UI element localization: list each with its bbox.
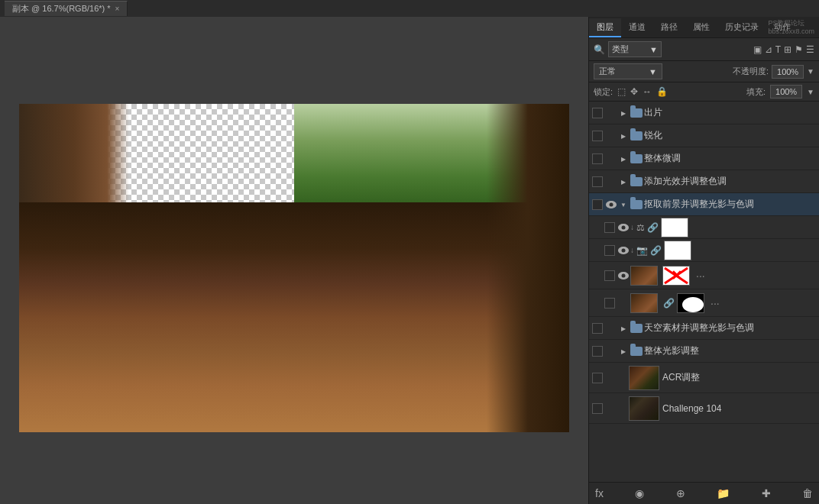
- panel-tabs: 图层 通道 路径 属性 历史记录 动作 PS教程论坛bbs.16xx8.com: [589, 17, 819, 38]
- layer-add-icon[interactable]: ✚: [760, 486, 772, 501]
- fill-label: 填充:: [746, 86, 766, 98]
- layer-zhengti-guangying-name: 整体光影调整: [644, 344, 816, 357]
- layer-ququ[interactable]: 抠取前景并调整光影与色调: [589, 193, 819, 216]
- layer-delete-icon[interactable]: 🗑: [801, 486, 814, 501]
- layer-sub2-thumb: [664, 241, 691, 260]
- layer-tiankong-name: 天空素材并调整光影与色调: [644, 321, 816, 334]
- filter-shape-icon[interactable]: ⊞: [784, 44, 791, 55]
- layer-challenge-checkbox[interactable]: [592, 403, 603, 414]
- layer-tiankong-checkbox[interactable]: [592, 323, 603, 334]
- layer-chupin-checkbox[interactable]: [592, 108, 603, 118]
- layer-sub3-more[interactable]: ···: [696, 270, 705, 282]
- fill-value[interactable]: 100%: [770, 85, 802, 99]
- title-bar: 副本 @ 16.7%(RGB/16*) * ×: [0, 0, 819, 17]
- layer-sub4-checkbox[interactable]: [604, 298, 615, 309]
- tab-layers[interactable]: 图层: [589, 18, 621, 37]
- layer-zhengti-weijiao-checkbox[interactable]: [592, 153, 603, 164]
- layer-chupin[interactable]: 出片: [589, 102, 819, 124]
- layer-acr-thumb: [629, 366, 659, 390]
- layer-chupin-visibility[interactable]: [604, 106, 618, 120]
- filter-adjust-icon[interactable]: ⊿: [765, 44, 772, 55]
- layer-sub1-link-icon: 🔗: [647, 222, 659, 233]
- layer-sub2[interactable]: ↓ 📷 🔗: [589, 239, 819, 262]
- layer-tianjia-folder-icon: [629, 176, 644, 188]
- layer-ququ-checkbox[interactable]: [592, 199, 603, 210]
- canvas-area[interactable]: [0, 17, 588, 504]
- layer-ququ-name: 抠取前景并调整光影与色调: [644, 198, 816, 211]
- layer-ruihua[interactable]: 锐化: [589, 124, 819, 147]
- layer-tianjia[interactable]: 添加光效并调整色调: [589, 170, 819, 193]
- layer-sub1-checkbox[interactable]: [604, 222, 615, 233]
- layer-mask-icon[interactable]: ◉: [633, 486, 646, 501]
- filter-effect-icon[interactable]: ⚑: [795, 44, 803, 55]
- layer-tiankong-visibility[interactable]: [604, 321, 618, 335]
- layer-sub2-visibility[interactable]: [617, 244, 630, 257]
- filter-pixel-icon[interactable]: ▣: [753, 44, 762, 55]
- lock-position-icon[interactable]: ✥: [630, 86, 638, 97]
- layer-tiankong[interactable]: 天空素材并调整光影与色调: [589, 317, 819, 340]
- filter-icons: ▣ ⊿ T ⊞ ⚑ ☰: [753, 44, 814, 55]
- layer-sub2-down-icon: ↓: [630, 246, 634, 254]
- layer-tiankong-expand[interactable]: [618, 323, 629, 334]
- lock-all-icon[interactable]: 🔒: [656, 86, 668, 97]
- layer-tianjia-checkbox[interactable]: [592, 176, 603, 187]
- layer-ruihua-visibility[interactable]: [604, 129, 618, 143]
- layer-sub1-visibility[interactable]: [617, 221, 630, 234]
- layer-zhengti-weijiao-visibility[interactable]: [604, 152, 618, 166]
- tab-history[interactable]: 历史记录: [717, 18, 766, 37]
- layer-ququ-visibility[interactable]: [604, 198, 618, 212]
- layer-sub1[interactable]: ↓ ⚖ 🔗: [589, 216, 819, 239]
- lock-pixel-icon[interactable]: ⬚: [617, 86, 626, 97]
- svg-point-4: [682, 297, 704, 312]
- layer-chupin-expand[interactable]: [618, 108, 629, 118]
- layer-zhengti-guangying-visibility[interactable]: [604, 344, 618, 358]
- layer-acr-checkbox[interactable]: [592, 373, 603, 383]
- layer-challenge[interactable]: Challenge 104: [589, 393, 819, 424]
- blend-mode-dropdown[interactable]: 正常 ▼: [594, 63, 662, 79]
- ps-logo: PS教程论坛bbs.16xx8.com: [768, 19, 814, 36]
- close-tab-button[interactable]: ×: [115, 5, 120, 13]
- layer-zhengti-guangying-expand[interactable]: [618, 346, 629, 357]
- opacity-arrow[interactable]: ▼: [807, 67, 814, 76]
- fill-arrow[interactable]: ▼: [807, 88, 814, 96]
- layer-sub4-more[interactable]: ···: [711, 297, 720, 309]
- layer-zhengti-guangying-checkbox[interactable]: [592, 346, 603, 357]
- layer-sub2-checkbox[interactable]: [604, 245, 615, 256]
- layer-sub3-visibility[interactable]: [617, 269, 630, 283]
- layer-ququ-expand[interactable]: [618, 199, 629, 210]
- layer-zhengti-weijiao-expand[interactable]: [618, 153, 629, 164]
- layer-tianjia-expand[interactable]: [618, 176, 629, 187]
- layer-sub1-thumb: [661, 218, 688, 237]
- filter-dropdown-arrow: ▼: [649, 45, 658, 54]
- layer-list[interactable]: 出片 锐化 整体微调: [589, 102, 819, 482]
- layer-fx-icon[interactable]: fx: [594, 486, 605, 501]
- layer-sub4[interactable]: 🔗 ···: [589, 289, 819, 317]
- layer-group-icon[interactable]: 📁: [715, 486, 731, 501]
- document-tab[interactable]: 副本 @ 16.7%(RGB/16*) * ×: [5, 1, 128, 16]
- filter-text-icon[interactable]: T: [775, 44, 781, 55]
- filter-more-icon[interactable]: ☰: [806, 44, 814, 55]
- tab-channels[interactable]: 通道: [621, 18, 653, 37]
- filter-type-dropdown[interactable]: 类型 ▼: [608, 41, 662, 57]
- tab-properties[interactable]: 属性: [685, 18, 717, 37]
- layers-panel: 图层 通道 路径 属性 历史记录 动作 PS教程论坛bbs.16xx8.com …: [588, 17, 819, 504]
- layer-sub3[interactable]: ···: [589, 262, 819, 289]
- layer-sub3-checkbox[interactable]: [604, 270, 615, 281]
- layer-tiankong-folder-icon: [629, 322, 644, 334]
- layer-acr-visibility[interactable]: [604, 371, 618, 385]
- filter-type-label: 类型: [612, 44, 629, 55]
- blend-mode-label: 正常: [599, 66, 616, 77]
- layer-adjustment-icon[interactable]: ⊕: [675, 486, 687, 501]
- lock-artboard-icon[interactable]: ↔: [643, 86, 652, 97]
- layer-acr[interactable]: ACR调整: [589, 363, 819, 393]
- layer-chupin-folder-icon: [629, 107, 644, 119]
- layer-zhengti-guangying[interactable]: 整体光影调整: [589, 340, 819, 363]
- layer-sub4-visibility[interactable]: [617, 296, 630, 310]
- tab-paths[interactable]: 路径: [653, 18, 685, 37]
- layer-challenge-visibility[interactable]: [604, 402, 618, 415]
- layer-ruihua-checkbox[interactable]: [592, 131, 603, 141]
- opacity-value[interactable]: 100%: [772, 65, 804, 79]
- layer-ruihua-expand[interactable]: [618, 131, 629, 141]
- layer-tianjia-visibility[interactable]: [604, 175, 618, 189]
- layer-zhengti-weijiao[interactable]: 整体微调: [589, 147, 819, 170]
